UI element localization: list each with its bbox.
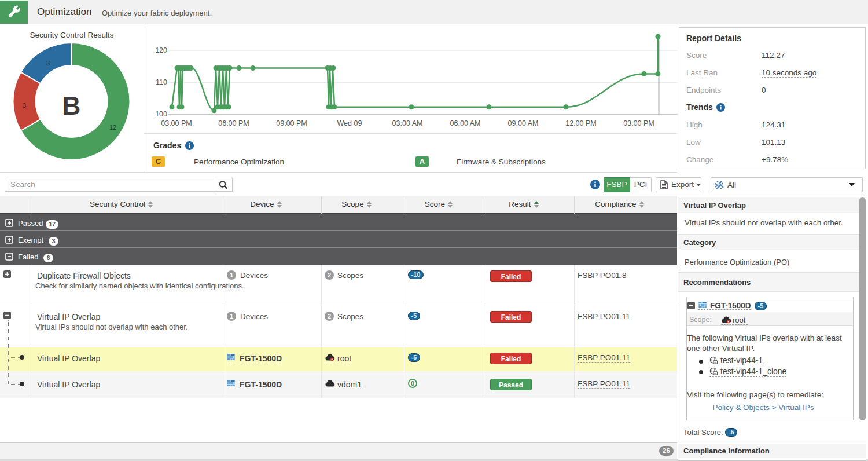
svg-text:03:00 AM: 03:00 AM [392,119,423,127]
svg-text:120: 120 [155,46,167,54]
svg-text:B: B [62,92,81,120]
svg-text:06:00 PM: 06:00 PM [218,119,249,127]
svg-text:110: 110 [156,78,167,86]
svg-text:03:00 PM: 03:00 PM [161,119,192,127]
svg-text:12:00 PM: 12:00 PM [565,119,597,127]
svg-text:09:00 PM: 09:00 PM [276,119,307,127]
svg-text:03:00 PM: 03:00 PM [623,119,654,127]
svg-text:06:00 AM: 06:00 AM [450,119,481,127]
svg-text:100: 100 [155,110,167,118]
svg-text:3: 3 [23,102,26,109]
svg-text:12: 12 [109,124,116,131]
svg-text:3: 3 [46,60,50,67]
svg-text:Wed 09: Wed 09 [337,119,362,127]
svg-text:09:00 AM: 09:00 AM [508,119,539,127]
